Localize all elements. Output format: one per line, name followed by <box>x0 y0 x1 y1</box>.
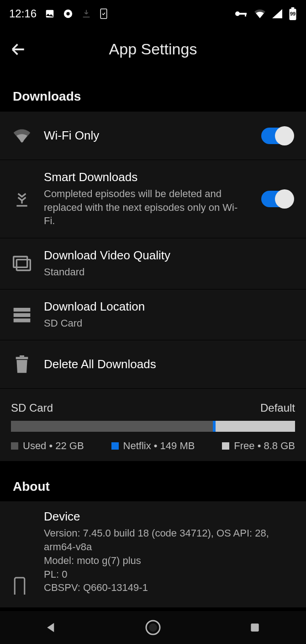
nav-recents-button[interactable] <box>245 617 265 638</box>
row-title: Delete All Downloads <box>44 357 293 371</box>
legend-swatch-used <box>11 442 18 450</box>
storage-seg-free <box>216 421 295 432</box>
svg-rect-11 <box>16 205 27 206</box>
row-video-quality[interactable]: Download Video Quality Standard <box>0 238 306 289</box>
svg-rect-19 <box>15 578 25 595</box>
svg-rect-16 <box>14 318 31 322</box>
battery-icon: 99 <box>289 7 297 20</box>
about-line: PL: 0 <box>44 568 293 581</box>
nav-home-button[interactable] <box>143 617 163 638</box>
row-about-device[interactable]: Device Version: 7.45.0 build 18 (code 34… <box>0 501 306 607</box>
svg-rect-3 <box>83 16 90 17</box>
about-line: Model: moto g(7) plus <box>44 554 293 568</box>
section-header-about: About <box>0 461 306 501</box>
about-title: Device <box>44 510 293 524</box>
image-icon <box>45 9 55 19</box>
wifi-icon <box>254 9 266 18</box>
storage-seg-used <box>11 421 213 432</box>
row-download-location[interactable]: Download Location SD Card <box>0 289 306 340</box>
page-title: App Settings <box>8 40 298 58</box>
svg-rect-14 <box>14 308 31 311</box>
row-delete-all[interactable]: Delete All Downloads <box>0 340 306 388</box>
svg-rect-15 <box>14 313 31 317</box>
svg-point-10 <box>20 139 23 142</box>
row-title: Wi-Fi Only <box>44 129 248 143</box>
trash-icon <box>13 355 31 374</box>
row-title: Download Location <box>44 300 293 314</box>
vpn-key-icon <box>235 10 248 18</box>
wifi-icon <box>13 127 31 145</box>
row-title: Smart Downloads <box>44 170 248 184</box>
cell-signal-icon <box>272 9 282 18</box>
storage-icon <box>13 306 31 324</box>
download-icon <box>81 8 91 20</box>
row-subtitle: Completed episodes will be deleted and r… <box>44 187 248 228</box>
row-wifi-only[interactable]: Wi-Fi Only <box>0 111 306 160</box>
storage-label-left: SD Card <box>11 402 53 414</box>
svg-point-2 <box>66 12 69 15</box>
storage-bar <box>11 421 295 432</box>
quality-icon <box>13 254 31 273</box>
device-icon <box>13 576 31 595</box>
about-line: Version: 7.45.0 build 18 (code 34712), O… <box>44 526 293 553</box>
storage-panel: SD Card Default Used • 22 GB Netflix • 1… <box>0 388 306 461</box>
toggle-wifi-only[interactable] <box>261 128 293 144</box>
legend-swatch-free <box>222 442 229 450</box>
about-line: CBSPV: Q660-13149-1 <box>44 581 293 595</box>
record-icon <box>63 9 73 19</box>
legend-swatch-app <box>111 442 119 450</box>
task-icon <box>100 8 108 20</box>
svg-rect-18 <box>20 355 24 357</box>
svg-rect-12 <box>16 260 30 270</box>
svg-rect-4 <box>100 9 107 19</box>
status-bar: 12:16 99 <box>0 0 306 27</box>
row-subtitle: Standard <box>44 265 293 279</box>
battery-level: 99 <box>289 11 297 16</box>
smart-download-icon <box>13 190 31 208</box>
svg-rect-22 <box>251 623 259 631</box>
row-title: Download Video Quality <box>44 248 293 263</box>
app-header: App Settings <box>0 27 306 71</box>
svg-rect-7 <box>245 13 246 16</box>
system-nav-bar <box>0 611 306 644</box>
legend-used: Used • 22 GB <box>11 440 84 452</box>
nav-back-button[interactable] <box>41 617 61 638</box>
svg-rect-13 <box>14 257 27 267</box>
row-smart-downloads[interactable]: Smart Downloads Completed episodes will … <box>0 160 306 238</box>
svg-point-21 <box>149 623 157 632</box>
svg-rect-8 <box>291 7 294 9</box>
clock: 12:16 <box>9 7 37 20</box>
legend-free: Free • 8.8 GB <box>222 440 295 452</box>
storage-label-right: Default <box>260 402 295 414</box>
toggle-smart-downloads[interactable] <box>261 191 293 207</box>
legend-app: Netflix • 149 MB <box>111 440 195 452</box>
svg-rect-17 <box>16 357 28 359</box>
section-header-downloads: Downloads <box>0 71 306 111</box>
row-subtitle: SD Card <box>44 317 293 330</box>
